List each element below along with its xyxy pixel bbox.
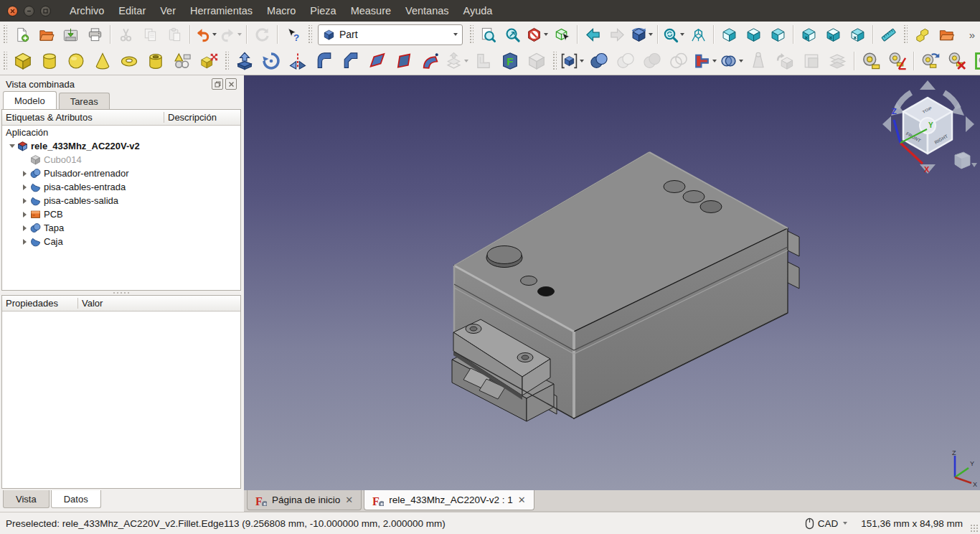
new-document-button[interactable] xyxy=(10,24,33,45)
tree-column-description[interactable]: Descripción xyxy=(164,112,240,123)
measure-linear-button[interactable] xyxy=(858,49,883,73)
document-tab[interactable]: Frele_433Mhz_AC220V-v2 : 1✕ xyxy=(364,490,534,510)
sphere-primitive-button[interactable] xyxy=(63,49,88,73)
chamfer-button[interactable] xyxy=(338,49,363,73)
draw-style-button[interactable] xyxy=(525,24,549,45)
ruled-surface-button[interactable] xyxy=(364,49,390,73)
menu-herramientas[interactable]: Herramientas xyxy=(183,0,260,22)
tree-item[interactable]: pisa-cables-entrada xyxy=(2,180,240,194)
nav-style-caret[interactable] xyxy=(843,522,847,525)
expand-arrow-icon[interactable] xyxy=(21,225,29,231)
properties-column[interactable]: Propiedades xyxy=(2,298,78,309)
toolbar-grip[interactable] xyxy=(307,25,312,44)
toolbar-grip[interactable] xyxy=(2,25,7,44)
toolbar-overflow-button[interactable]: » xyxy=(969,29,974,41)
expand-arrow-icon[interactable] xyxy=(21,198,29,204)
cylinder-primitive-button[interactable] xyxy=(37,49,62,73)
sync-view-button[interactable] xyxy=(661,24,685,45)
nav-style-selector[interactable]: CAD xyxy=(818,518,839,529)
navcube-arrow-right[interactable] xyxy=(966,116,974,132)
window-close-button[interactable] xyxy=(7,6,18,17)
3d-viewport[interactable]: TOP FRONT RIGHT Z X Y Z Y X xyxy=(244,75,980,490)
menu-macro[interactable]: Macro xyxy=(260,0,303,22)
undo-button[interactable] xyxy=(194,24,217,45)
toolbar-grip[interactable] xyxy=(903,25,908,44)
mirror-button[interactable] xyxy=(285,49,310,73)
open-folder-button[interactable] xyxy=(935,24,958,45)
navigation-cube[interactable]: TOP FRONT RIGHT Z X Y xyxy=(880,78,977,176)
loft-button[interactable] xyxy=(391,49,416,73)
tab-datos[interactable]: Datos xyxy=(51,490,101,508)
resize-grip[interactable] xyxy=(970,524,979,533)
whats-this-button[interactable]: ? xyxy=(281,24,304,45)
toolbar-grip[interactable] xyxy=(468,25,473,44)
view-right-button[interactable] xyxy=(766,24,789,45)
measure-button[interactable] xyxy=(877,24,900,45)
navcube-menu-caret[interactable] xyxy=(971,163,977,167)
tab-modelo[interactable]: Modelo xyxy=(3,91,57,110)
menu-ayuda[interactable]: Ayuda xyxy=(456,0,500,22)
document-tab[interactable]: FPágina de inicio✕ xyxy=(247,490,362,510)
float-panel-button[interactable] xyxy=(212,78,223,90)
open-document-button[interactable] xyxy=(34,24,57,45)
window-minimize-button[interactable] xyxy=(24,6,34,17)
navcube-arrow-left[interactable] xyxy=(882,116,891,132)
tree-item[interactable]: Caja xyxy=(2,235,240,248)
toggle-all-measurements-button[interactable] xyxy=(971,49,980,73)
navcube-arrow-up[interactable] xyxy=(920,80,936,90)
workbench-selector[interactable]: Part xyxy=(318,24,463,45)
menu-measure[interactable]: Measure xyxy=(344,0,398,22)
expand-arrow-icon[interactable] xyxy=(21,239,29,245)
shape-builder-button[interactable] xyxy=(196,49,221,73)
view-top-button[interactable] xyxy=(742,24,765,45)
extrude-button[interactable] xyxy=(232,49,257,73)
measure-clear-all-button[interactable] xyxy=(944,49,969,73)
window-maximize-button[interactable] xyxy=(40,6,51,17)
navigate-back-button[interactable] xyxy=(581,24,604,45)
menu-editar[interactable]: Editar xyxy=(111,0,153,22)
panel-splitter[interactable] xyxy=(1,290,241,295)
relay-box-model[interactable] xyxy=(244,75,980,490)
boolean-operation-button[interactable] xyxy=(560,49,585,73)
menu-archivo[interactable]: Archivo xyxy=(62,0,111,22)
view-bottom-button[interactable] xyxy=(821,24,844,45)
close-tab-icon[interactable]: ✕ xyxy=(345,495,353,505)
view-isometric-button[interactable] xyxy=(630,24,654,45)
tree-item[interactable]: pisa-cables-salida xyxy=(2,194,240,207)
measure-angular-button[interactable] xyxy=(885,49,910,73)
view-front-button[interactable] xyxy=(717,24,740,45)
fit-all-button[interactable] xyxy=(476,24,499,45)
menu-pieza[interactable]: Pieza xyxy=(303,0,343,22)
fit-selection-button[interactable] xyxy=(501,24,524,45)
close-panel-button[interactable] xyxy=(225,78,237,90)
value-column[interactable]: Valor xyxy=(78,298,240,309)
menu-ver[interactable]: Ver xyxy=(153,0,183,22)
tree-column-labels[interactable]: Etiquetas & Atributos xyxy=(2,112,164,123)
tree-root[interactable]: Aplicación xyxy=(2,126,240,139)
close-tab-icon[interactable]: ✕ xyxy=(518,495,526,505)
tree-item[interactable]: Tapa xyxy=(2,221,240,235)
tab-vista[interactable]: Vista xyxy=(3,490,50,508)
cone-primitive-button[interactable] xyxy=(90,49,115,73)
collapse-arrow-icon[interactable] xyxy=(8,144,16,148)
expand-arrow-icon[interactable] xyxy=(21,171,29,177)
tree-item[interactable]: PCB xyxy=(2,207,240,221)
torus-primitive-button[interactable] xyxy=(116,49,141,73)
expand-arrow-icon[interactable] xyxy=(21,184,29,190)
toolbar-grip[interactable] xyxy=(552,52,557,70)
box-element-selection-button[interactable] xyxy=(550,24,573,45)
tree-item[interactable]: Cubo014 xyxy=(2,153,240,167)
connect-objects-button[interactable] xyxy=(692,49,717,73)
boolean-cut-button[interactable] xyxy=(586,49,611,73)
tube-primitive-button[interactable] xyxy=(143,49,168,73)
view-axonometric-button[interactable] xyxy=(687,24,710,45)
measure-refresh-button[interactable] xyxy=(918,49,943,73)
split-objects-button[interactable] xyxy=(719,49,744,73)
tab-tareas[interactable]: Tareas xyxy=(59,93,110,110)
menu-ventanas[interactable]: Ventanas xyxy=(398,0,456,22)
save-button[interactable] xyxy=(59,24,82,45)
projection-on-surface-button[interactable]: F xyxy=(497,49,522,73)
view-left-button[interactable] xyxy=(846,24,869,45)
print-button[interactable] xyxy=(83,24,106,45)
toolbar-grip[interactable] xyxy=(224,52,229,70)
